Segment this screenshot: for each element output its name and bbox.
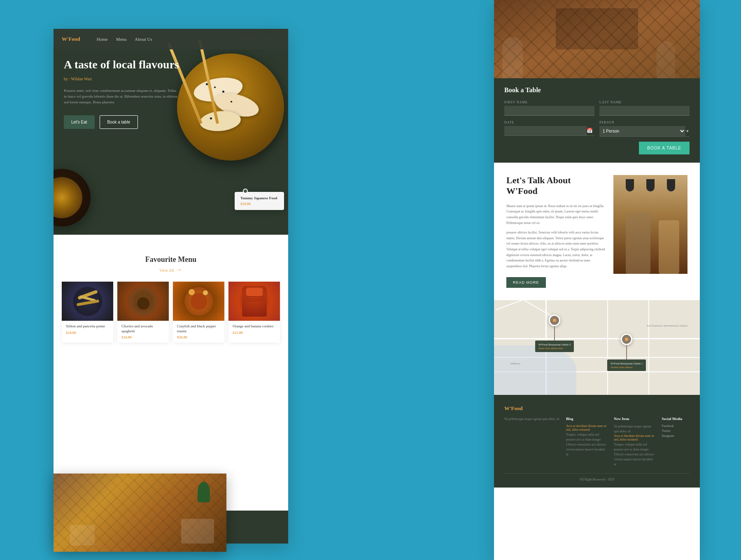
top-restaurant-image (494, 0, 700, 78)
hanging-light-3 (667, 179, 675, 191)
menu-grid: Stilton and pancetta penne $24.00 Choriz… (62, 282, 280, 343)
food-info-popup: Yummy Japanese Food $24.00 (235, 192, 284, 210)
menu-item-1-info: Stilton and pancetta penne $24.00 (62, 321, 113, 338)
map-section: San Francisco International Airport Mill… (494, 300, 700, 395)
menu-section: Favourite Menu View All → Stilton and pa… (54, 243, 288, 351)
map-label-sf: San Francisco International Airport (647, 324, 687, 327)
plant (198, 482, 210, 502)
menu-item-2: Chorizo and avocado spaghetti $24.00 (117, 282, 169, 343)
right-website-panel: Book a Table FIRST NAME LAST NAME DATE 📅… (494, 0, 700, 560)
view-all-link[interactable]: View All (159, 268, 174, 273)
person-field: PERSON 1 Person 2 Persons 3 Persons 4 Pe… (599, 121, 690, 137)
menu-item-3-name: Crayfish and black pepper toastie (177, 324, 220, 334)
footer: W'Food Sit pellentesque neque egestas qu… (494, 395, 700, 488)
footer-facebook-link[interactable]: Facebook (662, 424, 690, 428)
map-pin-outlet-1[interactable]: W'Food Restaurant Outlet 1 Another stree… (607, 334, 646, 371)
date-person-row: DATE 📅 PERSON 1 Person 2 Persons 3 Perso… (504, 121, 690, 137)
date-label: DATE (504, 121, 594, 124)
map-pin-outlet-2[interactable]: W'Food Restaurant Outlet 2 Some street a… (535, 315, 574, 352)
map-background: San Francisco International Airport Mill… (494, 300, 700, 395)
menu-item-1: Stilton and pancetta penne $24.00 (62, 282, 113, 343)
menu-item-1-name: Stilton and pancetta penne (66, 324, 109, 329)
table-top (556, 8, 638, 49)
latte-art (54, 177, 82, 218)
footer-copyright: All Right Reserved - 2020 (504, 478, 690, 481)
calendar-icon: 📅 (587, 128, 593, 134)
nav-about[interactable]: About Us (135, 37, 152, 42)
about-title: Let's Talk About W'Food (506, 175, 605, 197)
table-figure (181, 519, 214, 544)
menu-item-3-image (173, 282, 224, 321)
menu-item-2-info: Chorizo and avocado spaghetti $24.00 (117, 321, 169, 343)
menu-item-4-image (228, 282, 280, 321)
map-road-v3 (648, 300, 649, 395)
person-select[interactable]: 1 Person 2 Persons 3 Persons 4 Persons (599, 126, 685, 136)
footer-brand-desc: Sit pellentesque neque egestas quis dolo… (504, 417, 560, 422)
menu-section-title: Favourite Menu (62, 255, 280, 264)
footer-divider (504, 473, 690, 474)
pin-label-2: W'Food Restaurant Outlet 1 Another stree… (607, 359, 646, 371)
hanging-light-2 (646, 179, 655, 191)
footer-blog-link[interactable]: Arcu at tincidunt dictum nunc ut nisl, d… (566, 424, 608, 432)
nav-logo: W'Food (62, 36, 80, 42)
footer-twitter-link[interactable]: Twitter (662, 429, 690, 433)
footer-new-item-link[interactable]: Arcu et tincidunt dictum nunc ut nisl, d… (614, 434, 655, 441)
chevron-down-icon: ▼ (685, 129, 690, 133)
footer-brand-col: Sit pellentesque neque egestas quis dolo… (504, 417, 560, 467)
sesame-dot (214, 86, 216, 88)
menu-item-1-image (62, 282, 113, 321)
pin-dot-1 (553, 319, 556, 322)
footer-blog-text1: Tempor, volutpat nulla sed posuere arci … (566, 432, 608, 442)
pin-label-1: W'Food Restaurant Outlet 2 Some street a… (535, 341, 574, 352)
footer-grid: Sit pellentesque neque egestas quis dolo… (504, 417, 690, 467)
pin-dot-2 (625, 338, 628, 341)
hero-author: by : Wildan Wari (64, 77, 179, 81)
nav-home[interactable]: Home (97, 37, 108, 42)
last-name-label: LAST NAME (599, 100, 690, 104)
hero-buttons: Let's Eat Book a table (64, 115, 179, 129)
sesame-dot (222, 91, 224, 93)
lets-eat-button[interactable]: Let's Eat (64, 115, 95, 129)
last-name-input[interactable] (599, 106, 690, 116)
book-table-submit-button[interactable]: BOOK A TABLE (639, 142, 690, 154)
first-name-input[interactable] (504, 106, 594, 116)
first-name-label: FIRST NAME (504, 100, 594, 104)
footer-new-item-title: New Item (614, 417, 655, 421)
footer-new-item-desc: Sit pellentesque neque egestas quis dolo… (614, 424, 655, 434)
menu-item-4-info: Orange and banana cookies $12.00 (228, 321, 280, 338)
footer-blog-title: Blog (566, 417, 608, 421)
bottom-restaurant-photo (54, 474, 226, 552)
footer-blog-text2: Ultrices consectetur arci ultrices viver… (566, 442, 608, 457)
hero-section: W'Food Home Menu About Us 01/04 (54, 29, 288, 235)
diner-figure-2 (657, 41, 675, 78)
read-more-button[interactable]: READ MORE (506, 277, 546, 288)
footer-new-item-text1: Tempor, volutpat nulla sed posuere arci … (614, 442, 655, 452)
person-label: PERSON (599, 121, 690, 124)
footer-instagram-link[interactable]: Instagram (662, 434, 690, 438)
map-road-diag1 (498, 300, 552, 316)
about-paragraph-1: Mauris nam at ipsum ipsum in. Risus null… (506, 203, 605, 226)
last-name-field: LAST NAME (599, 100, 690, 116)
left-website-panel: W'Food Home Menu About Us 01/04 (54, 29, 288, 544)
book-table-button[interactable]: Book a table (100, 115, 138, 129)
about-kitchen-image (613, 175, 687, 274)
nav-links: Home Menu About Us (97, 37, 152, 42)
map-label-millbrae: Millbrae (510, 362, 520, 365)
food-popup-price: $24.00 (240, 202, 278, 206)
menu-item-1-price: $24.00 (66, 331, 109, 335)
menu-item-4-price: $12.00 (233, 331, 276, 335)
footer-blog-col: Blog Arcu at tincidunt dictum nunc ut ni… (566, 417, 608, 467)
hero-content: A taste of local flavours by : Wildan Wa… (64, 58, 179, 129)
sesame-dot (210, 117, 212, 119)
date-input[interactable] (504, 126, 587, 135)
first-name-field: FIRST NAME (504, 100, 594, 116)
nav-menu[interactable]: Menu (116, 37, 127, 42)
table-figure-2 (70, 525, 95, 546)
footer-social-col: Social Media Facebook Twitter Instagram (662, 417, 690, 467)
map-road-diag2 (495, 300, 542, 310)
chef-figure-2 (659, 220, 679, 274)
pin-circle-1 (549, 315, 560, 326)
date-field: DATE 📅 (504, 121, 594, 137)
menu-item-2-name: Chorizo and avocado spaghetti (121, 324, 165, 334)
menu-item-3-info: Crayfish and black pepper toastie $26.00 (173, 321, 224, 343)
